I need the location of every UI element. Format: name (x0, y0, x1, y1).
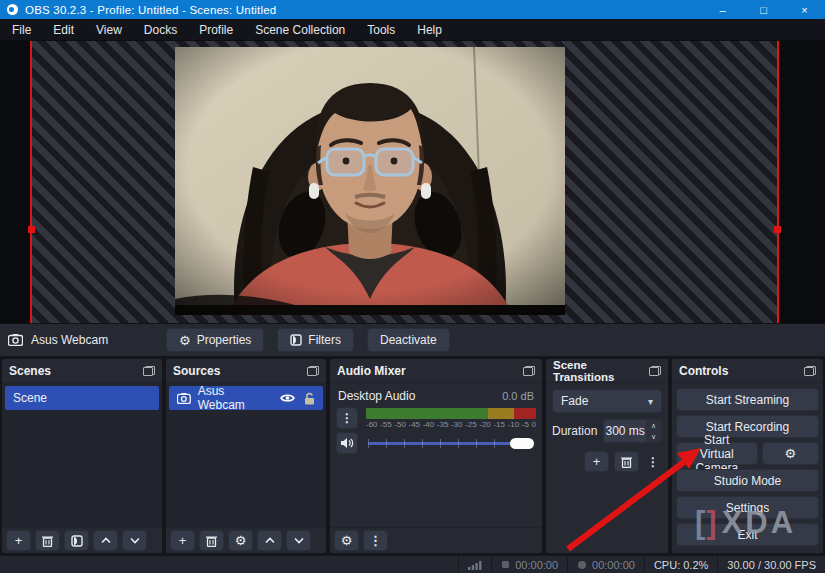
eye-visible-icon[interactable] (280, 393, 295, 403)
scene-filters-button[interactable] (64, 530, 89, 551)
add-scene-button[interactable]: + (6, 530, 31, 551)
studio-mode-label: Studio Mode (714, 474, 781, 488)
trash-icon (206, 535, 217, 547)
trash-icon (42, 535, 53, 547)
popout-icon[interactable] (523, 366, 535, 376)
virtual-camera-row: Start Virtual Camera ⚙ (676, 442, 819, 465)
spin-up-icon[interactable]: ∧ (646, 420, 661, 431)
menu-scene-collection[interactable]: Scene Collection (245, 20, 355, 40)
scene-list-item[interactable]: Scene (5, 386, 159, 410)
chevron-down-icon (294, 537, 304, 544)
mute-button[interactable] (336, 432, 358, 454)
speaker-icon (340, 437, 354, 449)
chevron-up-icon (265, 537, 275, 544)
plus-icon: + (179, 533, 187, 548)
move-source-down-button[interactable] (286, 530, 311, 551)
duration-spin-arrows: ∧ ∨ (646, 420, 661, 442)
move-scene-up-button[interactable] (93, 530, 118, 551)
remove-transition-button[interactable] (614, 451, 639, 472)
move-source-up-button[interactable] (257, 530, 282, 551)
cpu-usage: CPU: 0.2% (644, 556, 717, 573)
spin-down-icon[interactable]: ∨ (646, 431, 661, 442)
transition-select[interactable]: Fade ▾ (552, 389, 662, 413)
volume-meter (366, 408, 536, 419)
tick-label: -15 (493, 420, 505, 429)
lock-unlocked-icon[interactable] (304, 392, 315, 405)
remove-source-button[interactable] (199, 530, 224, 551)
duration-row: Duration 300 ms ∧ ∨ (552, 419, 662, 443)
scenes-toolbar: + (2, 527, 162, 553)
webcam-video-feed[interactable] (175, 47, 565, 315)
start-virtual-camera-button[interactable]: Start Virtual Camera (676, 442, 758, 465)
gears-icon: ⚙ (341, 533, 353, 548)
title-bar: OBS 30.2.3 - Profile: Untitled - Scenes:… (0, 0, 825, 19)
sources-panel: Sources Asus Webcam + ⚙ (166, 359, 326, 553)
mixer-channel-name: Desktop Audio (338, 389, 415, 403)
virtual-camera-config-button[interactable]: ⚙ (762, 442, 820, 465)
add-transition-button[interactable]: + (584, 451, 609, 472)
mixer-controls-grid: ⋮ -60 -55 -50 -45 -40 -35 -30 -25 -20 (336, 407, 536, 454)
properties-button[interactable]: ⚙ Properties (166, 328, 264, 352)
source-properties-button[interactable]: ⚙ (228, 530, 253, 551)
source-selection-edge-left[interactable] (30, 41, 32, 323)
menu-profile[interactable]: Profile (189, 20, 243, 40)
sources-panel-title: Sources (173, 364, 220, 378)
menu-bar: File Edit View Docks Profile Scene Colle… (0, 19, 825, 41)
scene-transitions-header: Scene Transitions (546, 359, 668, 383)
studio-mode-button[interactable]: Studio Mode (676, 469, 819, 492)
mixer-toolbar: ⚙ ⋮ (330, 527, 542, 553)
popout-icon[interactable] (307, 366, 319, 376)
menu-edit[interactable]: Edit (43, 20, 84, 40)
sources-list: Asus Webcam (166, 383, 326, 527)
popout-icon[interactable] (649, 366, 661, 376)
plus-icon: + (593, 454, 601, 469)
start-streaming-button[interactable]: Start Streaming (676, 388, 819, 411)
tick-label: -55 (380, 420, 392, 429)
meter-tick-labels: -60 -55 -50 -45 -40 -35 -30 -25 -20 -15 … (366, 420, 536, 429)
add-source-button[interactable]: + (170, 530, 195, 551)
popout-icon[interactable] (804, 366, 816, 376)
move-scene-down-button[interactable] (122, 530, 147, 551)
menu-view[interactable]: View (86, 20, 132, 40)
menu-docks[interactable]: Docks (134, 20, 187, 40)
slider-handle[interactable] (510, 438, 534, 449)
exit-button[interactable]: Exit (676, 523, 819, 546)
transition-menu-button[interactable]: ⋮ (644, 455, 662, 469)
transition-selected-value: Fade (561, 394, 588, 408)
menu-file[interactable]: File (2, 20, 41, 40)
recording-paused-icon (501, 560, 510, 569)
controls-panel: Controls Start Streaming Start Recording… (672, 359, 823, 553)
fps-counter: 30.00 / 30.00 FPS (717, 556, 825, 573)
advanced-audio-button[interactable]: ⚙ (334, 530, 359, 551)
settings-label: Settings (726, 501, 769, 515)
tick-label: -20 (479, 420, 491, 429)
popout-icon[interactable] (143, 366, 155, 376)
duration-spinbox[interactable]: 300 ms ∧ ∨ (603, 419, 662, 443)
source-list-item[interactable]: Asus Webcam (169, 386, 323, 410)
mixer-options-button[interactable]: ⋮ (336, 407, 358, 429)
menu-tools[interactable]: Tools (357, 20, 405, 40)
tick-label: 0 (531, 420, 535, 429)
menu-help[interactable]: Help (407, 20, 452, 40)
preview-canvas[interactable] (0, 41, 825, 323)
filters-button-label: Filters (308, 333, 341, 347)
settings-button[interactable]: Settings (676, 496, 819, 519)
close-button[interactable]: × (784, 0, 825, 19)
minimize-button[interactable]: – (702, 0, 743, 19)
audio-mixer-panel: Audio Mixer Desktop Audio 0.0 dB ⋮ -60 -… (330, 359, 542, 553)
source-resize-handle-right[interactable] (774, 226, 781, 233)
mixer-empty-area (336, 454, 536, 527)
maximize-button[interactable]: □ (743, 0, 784, 19)
tick-label: -50 (394, 420, 406, 429)
volume-slider[interactable] (366, 436, 536, 450)
deactivate-button[interactable]: Deactivate (367, 328, 450, 352)
remove-scene-button[interactable] (35, 530, 60, 551)
filters-button[interactable]: Filters (277, 328, 354, 352)
mixer-menu-button[interactable]: ⋮ (363, 530, 388, 551)
streaming-timer: 00:00:00 (567, 556, 644, 573)
selected-source-label-group: Asus Webcam (8, 333, 166, 347)
source-selection-edge-right[interactable] (777, 41, 779, 323)
source-resize-handle-left[interactable] (28, 226, 35, 233)
filter-icon (71, 535, 83, 547)
tick-label: -45 (408, 420, 420, 429)
